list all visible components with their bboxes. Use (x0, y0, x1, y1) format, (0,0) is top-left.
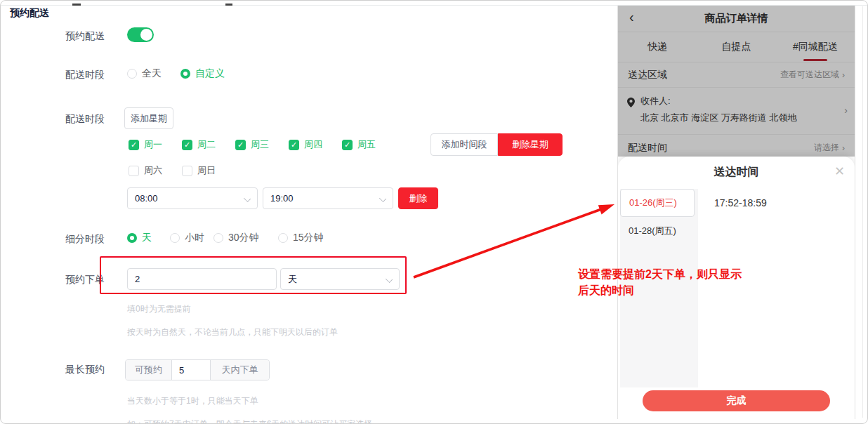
active-tab-underline (803, 59, 827, 61)
day-label: 周四 (304, 138, 322, 151)
max-reserve-note: 如：可预约7天内订单，即今天与未来6天的送达时间可让买家选择 (127, 418, 372, 424)
delivery-area-label: 送达区域 (628, 69, 667, 81)
max-reserve-group: 可预约 天内下单 (125, 359, 270, 380)
checkbox-checked-icon: ✓ (235, 140, 246, 150)
day-label: 周六 (144, 164, 162, 177)
tab-label: 快递 (647, 41, 667, 52)
chevron-down-icon (386, 276, 393, 283)
slot-end-value: 19:00 (270, 193, 294, 204)
tab-pickup[interactable]: 自提点 (697, 41, 775, 53)
radio-icon (213, 233, 223, 243)
checkbox-checked-icon: ✓ (129, 140, 139, 150)
link-label: 请选择 (814, 142, 839, 154)
preview-dimmed-area: ‹ 商品订单详情 快递 自提点 #同城配送 送达区域 查看可送达区域› 收件人:… (618, 6, 855, 157)
radio-label: 小时 (185, 232, 204, 244)
recipient-address-row[interactable]: 收件人: 北京 北京市 海淀区 万寿路街道 北领地 › (618, 87, 855, 131)
done-button[interactable]: 完成 (643, 390, 830, 411)
chevron-right-icon: › (842, 70, 845, 80)
censored-name-blob (681, 93, 811, 106)
day-checkbox-tue[interactable]: ✓ 周二 (182, 138, 216, 151)
week-section-label: 配送时段 (65, 113, 106, 126)
chevron-right-icon: › (842, 143, 845, 153)
top-tab-remnant (225, 4, 232, 6)
day-checkbox-fri[interactable]: ✓ 周五 (342, 138, 376, 151)
view-area-link[interactable]: 查看可送达区域› (780, 69, 845, 81)
annotation-line2: 后天的时间 (578, 282, 796, 298)
tab-local-delivery[interactable]: #同城配送 (776, 41, 855, 53)
day-checkbox-sun[interactable]: 周日 (182, 164, 216, 177)
radio-icon-selected (127, 233, 137, 243)
radio-30min[interactable]: 30分钟 (213, 232, 259, 244)
day-label: 周三 (251, 138, 269, 151)
choose-time-link[interactable]: 请选择› (814, 142, 845, 154)
tab-label: #同城配送 (793, 41, 838, 52)
checkbox-checked-icon: ✓ (342, 140, 353, 150)
delivery-time-label: 配送时间 (628, 142, 667, 154)
chevron-down-icon (379, 195, 386, 202)
radio-all-day[interactable]: 全天 (127, 67, 162, 80)
advance-days-input[interactable] (127, 268, 277, 290)
day-checkbox-mon[interactable]: ✓ 周一 (129, 138, 162, 151)
day-checkbox-sat[interactable]: 周六 (129, 164, 162, 177)
advance-hint: 填0时为无需提前 (127, 303, 191, 315)
advance-order-label: 预约下单 (65, 274, 106, 286)
add-week-button[interactable]: 添加星期 (124, 107, 173, 129)
link-label: 查看可送达区域 (780, 69, 839, 81)
slot-start-select[interactable]: 08:00 (127, 187, 258, 209)
max-reserve-label: 最长预约 (65, 364, 106, 376)
delivery-area-row: 送达区域 查看可送达区域› (618, 62, 855, 87)
chevron-right-icon: › (844, 105, 848, 116)
radio-icon (127, 69, 137, 79)
date-item-selected[interactable]: 01-26(周三) (620, 189, 695, 217)
advance-unit-select[interactable]: 天 (280, 268, 400, 290)
chevron-down-icon (244, 195, 251, 202)
slot-start-value: 08:00 (135, 193, 158, 204)
checkbox-checked-icon: ✓ (289, 140, 299, 150)
advance-note: 按天时为自然天，不论当前几点，只能下明天以后的订单 (127, 326, 338, 338)
radio-icon (170, 233, 180, 243)
radio-day[interactable]: 天 (127, 232, 152, 244)
add-timeslot-button[interactable]: 添加时间段 (430, 133, 498, 156)
radio-label: 天 (142, 232, 152, 244)
reserve-toggle-label: 预约配送 (65, 30, 106, 43)
max-reserve-prefix: 可预约 (126, 360, 172, 380)
checkbox-unchecked-icon (182, 166, 192, 176)
radio-custom[interactable]: 自定义 (180, 67, 225, 80)
time-slot-option[interactable]: 17:52-18:59 (714, 189, 767, 217)
close-icon[interactable]: ✕ (834, 164, 845, 179)
max-reserve-suffix: 天内下单 (210, 360, 269, 380)
annotation-text: 设置需要提前2天下单，则只显示 后天的时间 (578, 266, 796, 298)
day-label: 周日 (197, 164, 216, 177)
day-checkbox-wed[interactable]: ✓ 周三 (235, 138, 269, 151)
delete-slot-button[interactable]: 删除 (398, 187, 438, 209)
radio-icon-selected (180, 69, 190, 79)
day-checkbox-thu[interactable]: ✓ 周四 (289, 138, 322, 151)
radio-label: 15分钟 (293, 232, 324, 244)
day-label: 周一 (144, 138, 162, 151)
day-label: 周二 (197, 138, 216, 151)
preview-title: 商品订单详情 (705, 12, 768, 25)
modal-title: 送达时间 (618, 157, 855, 180)
location-pin-icon (627, 98, 635, 107)
top-tab-remnant (72, 4, 81, 6)
radio-hour[interactable]: 小时 (170, 232, 204, 244)
advance-unit-value: 天 (288, 273, 297, 286)
period-mode-label: 配送时段 (65, 69, 106, 81)
tab-label: 自提点 (721, 41, 751, 52)
delete-week-button[interactable]: 删除星期 (498, 133, 563, 156)
date-item[interactable]: 01-28(周五) (620, 217, 698, 245)
granularity-label: 细分时段 (65, 233, 106, 246)
scrollbar-track[interactable] (862, 6, 863, 418)
delivery-method-tabs: 快递 自提点 #同城配送 (618, 32, 855, 62)
max-reserve-hint: 当天数小于等于1时，只能当天下单 (127, 395, 258, 407)
radio-15min[interactable]: 15分钟 (278, 232, 324, 244)
toggle-knob (140, 29, 152, 41)
slot-end-select[interactable]: 19:00 (263, 187, 393, 209)
back-icon[interactable]: ‹ (629, 9, 634, 25)
reserve-delivery-toggle[interactable] (127, 27, 154, 42)
preview-header: ‹ 商品订单详情 (618, 6, 855, 32)
page-title: 预约配送 (10, 7, 49, 20)
tab-express[interactable]: 快递 (618, 41, 697, 53)
checkbox-unchecked-icon (129, 166, 139, 176)
max-reserve-input[interactable] (172, 360, 210, 380)
